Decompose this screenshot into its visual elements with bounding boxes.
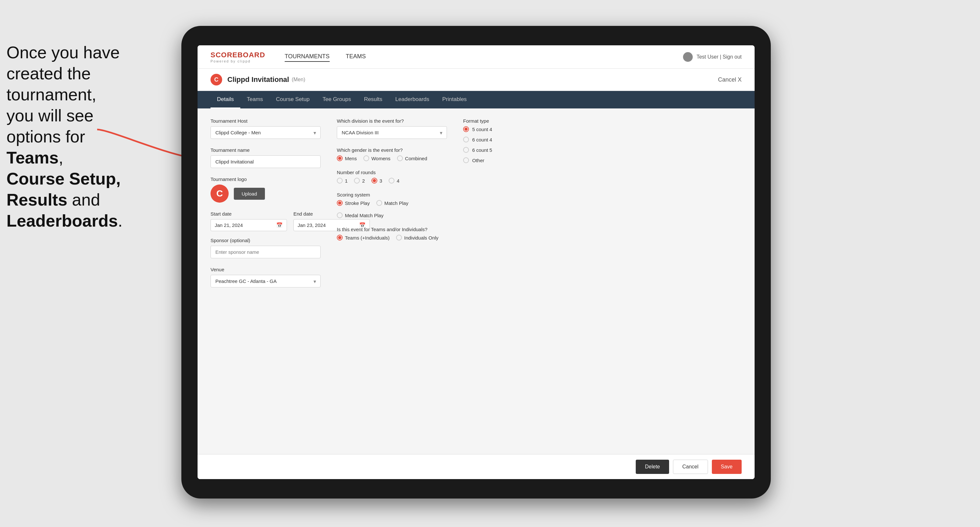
sponsor-label: Sponsor (optional) [210,238,321,243]
format-6count4-radio[interactable] [463,137,469,143]
tabs-bar: Details Teams Course Setup Tee Groups Re… [197,91,755,108]
tournament-title: Clippd Invitational [228,75,289,84]
gender-radio-group: Mens Womens Combined [337,156,447,161]
tournament-host-group: Tournament Host Clippd College - Men [210,118,321,139]
format-other-radio[interactable] [463,157,469,163]
scoring-match[interactable]: Match Play [376,200,408,206]
start-date-input[interactable] [215,222,276,228]
save-button[interactable]: Save [712,460,741,474]
tournament-logo-group: Tournament logo C Upload [210,176,321,203]
format-other[interactable]: Other [463,157,554,163]
upload-button[interactable]: Upload [234,188,265,200]
teams-group: Is this event for Teams and/or Individua… [337,227,447,241]
teams-label: Is this event for Teams and/or Individua… [337,227,447,232]
format-6count5[interactable]: 6 count 5 [463,147,554,153]
tournament-logo-label: Tournament logo [210,176,321,182]
rounds-2-radio[interactable] [354,178,360,184]
tab-printables[interactable]: Printables [436,91,474,108]
division-label: Which division is the event for? [337,118,447,124]
logo-area: SCOREBOARD Powered by clippd [210,51,265,63]
sponsor-input[interactable] [210,246,321,258]
tab-leaderboards[interactable]: Leaderboards [389,91,436,108]
logo-upload-area: C Upload [210,184,321,203]
gender-group: Which gender is the event for? Mens Wome… [337,147,447,161]
start-date-field: Start date 📅 [210,211,287,231]
rounds-1[interactable]: 1 [337,178,347,184]
tournament-host-select[interactable]: Clippd College - Men [210,126,321,139]
tab-tee-groups[interactable]: Tee Groups [316,91,358,108]
tournament-name-group: Tournament name [210,147,321,168]
gender-label: Which gender is the event for? [337,147,447,153]
teams-radio-group: Teams (+Individuals) Individuals Only [337,235,447,241]
form-footer: Delete Cancel Save [197,454,755,479]
gender-womens-radio[interactable] [363,156,369,161]
tab-details[interactable]: Details [210,91,240,108]
scoring-stroke-radio[interactable] [337,200,343,206]
start-date-calendar-icon[interactable]: 📅 [276,222,283,228]
tournament-subtitle: (Men) [292,77,305,83]
rounds-1-radio[interactable] [337,178,343,184]
format-6count4[interactable]: 6 count 4 [463,137,554,143]
rounds-label: Number of rounds [337,170,447,175]
format-5count4-radio[interactable] [463,126,469,132]
tab-results[interactable]: Results [358,91,389,108]
logo-preview: C [210,184,229,203]
nav-items: TOURNAMENTS TEAMS [285,52,683,62]
rounds-4[interactable]: 4 [389,178,399,184]
gender-womens[interactable]: Womens [363,156,391,161]
tablet-screen: SCOREBOARD Powered by clippd TOURNAMENTS… [197,45,755,479]
scoring-stroke[interactable]: Stroke Play [337,200,370,206]
tournament-name-label: Tournament name [210,147,321,153]
division-select[interactable]: NCAA Division III [337,126,447,139]
sponsor-group: Sponsor (optional) [210,238,321,258]
scoring-label: Scoring system [337,192,447,197]
tab-teams[interactable]: Teams [240,91,269,108]
user-sign-out[interactable]: Test User | Sign out [697,54,741,60]
delete-button[interactable]: Delete [636,460,669,474]
gender-mens[interactable]: Mens [337,156,357,161]
start-date-label: Start date [210,211,287,217]
tournament-icon: C [210,74,222,86]
scoring-group: Scoring system Stroke Play Match Play [337,192,447,218]
main-content: Tournament Host Clippd College - Men Tou… [197,108,755,479]
tab-course-setup[interactable]: Course Setup [269,91,316,108]
venue-label: Venue [210,267,321,272]
nav-user-area: Test User | Sign out [683,52,741,62]
middle-column: Which division is the event for? NCAA Di… [337,118,447,444]
gender-mens-radio[interactable] [337,156,343,161]
gender-combined[interactable]: Combined [397,156,427,161]
tournament-name-input[interactable] [210,156,321,168]
individuals-only-radio[interactable] [396,235,402,241]
rounds-group: Number of rounds 1 2 [337,170,447,184]
gender-combined-radio[interactable] [397,156,403,161]
rounds-3-radio[interactable] [371,178,377,184]
scoring-radio-group: Stroke Play Match Play Medal Match Play [337,200,447,218]
scoring-medal-match[interactable]: Medal Match Play [337,212,383,218]
logo-title: SCOREBOARD [210,51,265,59]
rounds-2[interactable]: 2 [354,178,365,184]
rounds-radio-group: 1 2 3 4 [337,178,447,184]
rounds-3[interactable]: 3 [371,178,382,184]
teams-plus-radio[interactable] [337,235,343,241]
cancel-button[interactable]: Cancel [673,460,708,474]
tournament-header: C Clippd Invitational (Men) Cancel X [197,68,755,91]
form-area: Tournament Host Clippd College - Men Tou… [197,108,755,454]
user-avatar [683,52,693,62]
logo-subtitle: Powered by clippd [210,59,265,63]
tournament-host-label: Tournament Host [210,118,321,124]
format-6count5-radio[interactable] [463,147,469,153]
scoring-medal-radio[interactable] [337,212,343,218]
venue-group: Venue Peachtree GC - Atlanta - GA [210,267,321,287]
format-type-label: Format type [463,118,554,124]
rounds-4-radio[interactable] [389,178,395,184]
format-type-group: Format type 5 count 4 6 count 4 6 count … [463,118,554,163]
nav-teams[interactable]: TEAMS [346,52,366,62]
nav-tournaments[interactable]: TOURNAMENTS [285,52,330,62]
cancel-x-button[interactable]: Cancel X [718,76,741,83]
venue-select[interactable]: Peachtree GC - Atlanta - GA [210,275,321,287]
date-group: Start date 📅 End date 📅 [210,211,321,231]
teams-plus-individuals[interactable]: Teams (+Individuals) [337,235,390,241]
individuals-only[interactable]: Individuals Only [396,235,439,241]
format-5count4[interactable]: 5 count 4 [463,126,554,132]
scoring-match-radio[interactable] [376,200,382,206]
